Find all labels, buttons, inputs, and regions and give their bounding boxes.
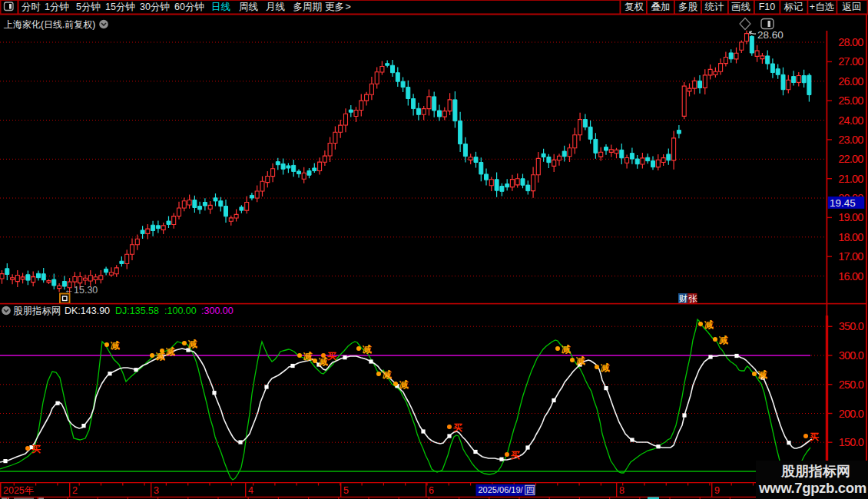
- svg-text:减: 减: [382, 369, 392, 380]
- svg-text:28.60: 28.60: [757, 29, 784, 41]
- svg-text:减: 减: [165, 346, 175, 357]
- svg-text:标记: 标记: [784, 2, 803, 12]
- svg-text:叠加: 叠加: [651, 2, 671, 12]
- svg-text:减: 减: [600, 362, 610, 373]
- svg-text:27.00: 27.00: [838, 55, 863, 68]
- svg-text:2025/06/19/: 2025/06/19/: [479, 485, 524, 494]
- svg-text:统计: 统计: [705, 2, 725, 12]
- svg-text:买: 买: [31, 444, 41, 454]
- svg-text:买: 买: [511, 450, 520, 461]
- svg-text:15分钟: 15分钟: [105, 2, 135, 12]
- svg-text:28.00: 28.00: [838, 36, 863, 48]
- svg-text:24.00: 24.00: [838, 114, 863, 127]
- svg-text:21.00: 21.00: [838, 173, 863, 185]
- svg-text:6: 6: [429, 485, 434, 496]
- svg-text:250.0: 250.0: [839, 378, 864, 391]
- svg-text:减: 减: [187, 339, 197, 349]
- svg-text:画线: 画线: [731, 2, 750, 12]
- svg-text:18.00: 18.00: [838, 231, 863, 243]
- svg-text:3: 3: [154, 485, 159, 496]
- svg-text:17.00: 17.00: [838, 250, 863, 263]
- svg-text:减: 减: [362, 344, 372, 355]
- svg-text:>: >: [346, 2, 351, 12]
- svg-text:F10: F10: [759, 2, 776, 12]
- svg-text:8: 8: [619, 485, 624, 496]
- svg-text:多股: 多股: [678, 2, 698, 12]
- svg-text:200.0: 200.0: [839, 408, 864, 420]
- svg-text:23.00: 23.00: [838, 134, 863, 146]
- svg-text::100.00: :100.00: [164, 306, 197, 316]
- svg-text:日线: 日线: [211, 2, 230, 12]
- svg-text:DK:143.90: DK:143.90: [65, 306, 110, 316]
- svg-text:张: 张: [688, 294, 697, 303]
- svg-text:买: 买: [810, 431, 819, 442]
- svg-text:19.45: 19.45: [830, 197, 856, 209]
- svg-text:多周期: 多周期: [293, 2, 323, 12]
- svg-text:减: 减: [110, 340, 120, 351]
- svg-text:买: 买: [327, 351, 336, 362]
- svg-text:2: 2: [72, 485, 78, 496]
- svg-text:300.0: 300.0: [839, 349, 864, 362]
- svg-text:16.00: 16.00: [838, 270, 863, 283]
- svg-text:+自选: +自选: [810, 2, 834, 12]
- svg-text:350.0: 350.0: [839, 320, 864, 332]
- svg-text:股朋指标网: 股朋指标网: [780, 464, 850, 479]
- svg-text:股朋指标网: 股朋指标网: [13, 306, 61, 316]
- svg-text:周线: 周线: [239, 2, 258, 12]
- svg-text:减: 减: [399, 379, 409, 390]
- svg-text:60分钟: 60分钟: [174, 2, 204, 12]
- svg-text:1分钟: 1分钟: [45, 2, 69, 12]
- svg-text:2025年: 2025年: [3, 485, 34, 496]
- svg-text:30分钟: 30分钟: [140, 2, 170, 12]
- svg-text:150.0: 150.0: [839, 436, 864, 448]
- svg-text:减: 减: [561, 344, 571, 355]
- svg-text:25.00: 25.00: [838, 94, 863, 107]
- svg-text:减: 减: [718, 335, 728, 345]
- svg-text:26.00: 26.00: [838, 75, 863, 88]
- svg-text::300.00: :300.00: [201, 306, 234, 316]
- svg-text:减: 减: [303, 351, 313, 362]
- svg-text:www.7gpzb.com: www.7gpzb.com: [758, 480, 866, 496]
- svg-text:9: 9: [714, 485, 720, 496]
- svg-text:减: 减: [757, 369, 767, 380]
- svg-text:减: 减: [575, 355, 585, 366]
- svg-text:财: 财: [679, 294, 688, 303]
- svg-text:更多: 更多: [325, 2, 344, 12]
- svg-text:22.00: 22.00: [838, 153, 863, 165]
- svg-text:复权: 复权: [624, 2, 644, 12]
- svg-text:DJ:135.58: DJ:135.58: [115, 306, 159, 316]
- svg-text:买: 买: [453, 422, 462, 433]
- svg-text:4: 4: [248, 485, 253, 496]
- svg-text:19.00: 19.00: [838, 211, 863, 223]
- svg-text:5: 5: [343, 485, 349, 496]
- svg-text:上海家化(日线.前复权): 上海家化(日线.前复权): [4, 19, 95, 30]
- svg-text:5分钟: 5分钟: [76, 2, 101, 12]
- svg-text:分时: 分时: [22, 2, 41, 12]
- svg-text:月线: 月线: [266, 2, 285, 12]
- svg-text:四: 四: [526, 485, 535, 494]
- svg-text:减: 减: [704, 319, 714, 330]
- svg-text:返回: 返回: [843, 2, 862, 12]
